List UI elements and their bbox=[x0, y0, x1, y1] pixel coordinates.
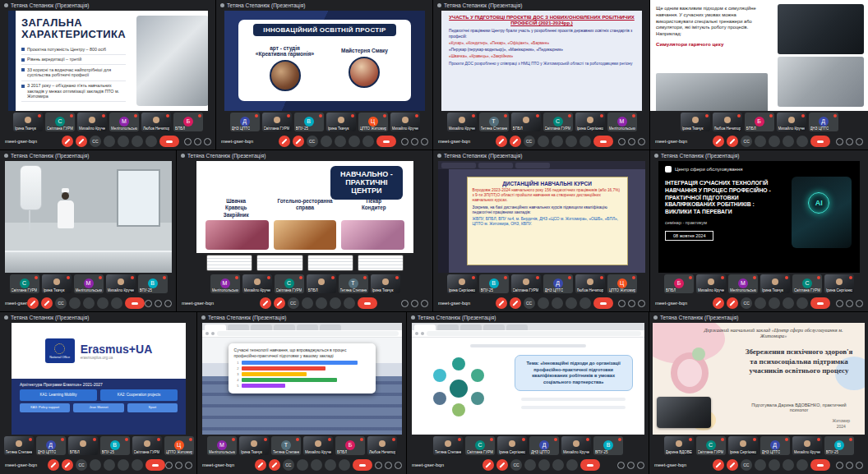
captions-button[interactable]: CC bbox=[510, 459, 522, 471]
mic-button[interactable] bbox=[62, 136, 73, 147]
present-button[interactable] bbox=[769, 459, 780, 471]
camera-button[interactable] bbox=[62, 459, 73, 471]
info-button[interactable] bbox=[401, 300, 409, 307]
end-call-button[interactable] bbox=[593, 136, 613, 147]
captions-button[interactable]: CC bbox=[307, 136, 318, 147]
participant-thumbnail[interactable]: БПБЛ bbox=[511, 113, 541, 131]
mic-button[interactable] bbox=[48, 459, 59, 471]
info-button[interactable] bbox=[617, 462, 625, 469]
participant-thumbnail[interactable]: Михайло Кручен bbox=[561, 436, 591, 455]
info-button[interactable] bbox=[401, 138, 409, 145]
browser-tab[interactable] bbox=[506, 324, 528, 330]
browser-tab[interactable] bbox=[251, 324, 272, 330]
browser-tab[interactable] bbox=[515, 163, 550, 168]
participant-thumbnail[interactable]: Б БПБЛ bbox=[664, 274, 694, 293]
browser-tab[interactable] bbox=[205, 324, 226, 330]
info-button[interactable] bbox=[618, 300, 626, 307]
participant-thumbnail[interactable]: Ірина Ткачук bbox=[760, 274, 790, 293]
end-call-button[interactable] bbox=[810, 297, 830, 309]
participant-thumbnail[interactable]: М Мелітопольський ПТО bbox=[607, 113, 637, 131]
participant-thumbnail[interactable]: Ірина Ткачук bbox=[371, 274, 400, 293]
chat-button[interactable] bbox=[638, 138, 645, 145]
raise-hand-button[interactable] bbox=[132, 136, 143, 147]
reactions-button[interactable] bbox=[302, 297, 313, 309]
chat-button[interactable] bbox=[421, 138, 428, 145]
participant-thumbnail[interactable]: Михайло Кручен bbox=[390, 113, 420, 131]
camera-button[interactable] bbox=[510, 136, 521, 147]
participant-thumbnail[interactable]: Михайло Кручен bbox=[696, 274, 726, 293]
participant-thumbnail[interactable]: Т Тетяна Степанюк bbox=[271, 436, 301, 455]
more-options-button[interactable] bbox=[796, 459, 808, 471]
forward-button[interactable] bbox=[421, 332, 424, 335]
end-call-button[interactable] bbox=[159, 136, 179, 147]
reactions-button[interactable] bbox=[69, 297, 81, 309]
participant-thumbnail[interactable]: Ц ЦПТО Житомир bbox=[164, 436, 194, 455]
people-button[interactable] bbox=[411, 138, 418, 145]
participant-thumbnail[interactable]: С Світлана ГУРМ bbox=[10, 274, 39, 293]
raise-hand-button[interactable] bbox=[566, 297, 577, 309]
participant-thumbnail[interactable]: В ВПУ-25 bbox=[593, 436, 623, 455]
chat-button[interactable] bbox=[395, 462, 402, 469]
participant-thumbnail[interactable]: Михайло Кручен bbox=[77, 113, 107, 131]
captions-button[interactable]: CC bbox=[741, 136, 752, 147]
participant-thumbnail[interactable]: С Світлана ГУРМ bbox=[543, 113, 573, 131]
info-button[interactable] bbox=[184, 138, 192, 145]
more-options-button[interactable] bbox=[344, 297, 355, 309]
browser-tab[interactable] bbox=[297, 324, 318, 330]
participant-thumbnail[interactable]: М Мелітопольський ПТО bbox=[109, 113, 139, 131]
raise-hand-button[interactable] bbox=[552, 459, 564, 471]
address-bar[interactable] bbox=[217, 331, 399, 336]
mic-button[interactable] bbox=[27, 297, 39, 309]
raise-hand-button[interactable] bbox=[783, 136, 794, 147]
end-call-button[interactable] bbox=[593, 297, 613, 309]
participant-thumbnail[interactable]: Світлана ГУРМ bbox=[511, 274, 541, 293]
chat-button[interactable] bbox=[637, 462, 644, 469]
people-button[interactable] bbox=[155, 300, 162, 307]
reactions-button[interactable] bbox=[755, 297, 766, 309]
forward-button[interactable] bbox=[211, 332, 215, 335]
people-button[interactable] bbox=[628, 138, 635, 145]
participant-thumbnail[interactable]: Ірина Ткачук bbox=[13, 113, 43, 131]
floating-video-thumbnail[interactable] bbox=[657, 397, 711, 428]
more-options-button[interactable] bbox=[796, 297, 808, 309]
end-call-button[interactable] bbox=[376, 136, 396, 147]
participant-thumbnail[interactable]: Михайло Кручен bbox=[792, 436, 822, 455]
reactions-button[interactable] bbox=[524, 459, 536, 471]
mic-button[interactable] bbox=[713, 459, 724, 471]
present-button[interactable] bbox=[769, 136, 780, 147]
reactions-button[interactable] bbox=[755, 136, 766, 147]
document-thumbnail[interactable] bbox=[307, 255, 353, 271]
participant-thumbnail[interactable]: Б БПБЛ bbox=[745, 113, 774, 131]
participant-thumbnail[interactable]: Михайло Кручен bbox=[242, 274, 272, 293]
browser-tab[interactable] bbox=[437, 324, 459, 330]
participant-thumbnail[interactable]: Ірина Сергієнко bbox=[728, 436, 758, 455]
participant-thumbnail[interactable]: Михайло Кручен bbox=[447, 113, 477, 131]
present-button[interactable] bbox=[316, 297, 327, 309]
mic-button[interactable] bbox=[260, 297, 271, 309]
present-button[interactable] bbox=[83, 297, 95, 309]
participant-thumbnail[interactable]: Ірина Сергієнко bbox=[575, 113, 605, 131]
participant-thumbnail[interactable]: Ц ЦПТО Житомир bbox=[607, 274, 637, 293]
participant-thumbnail[interactable]: Д ДНЗ ЦПТО bbox=[543, 274, 573, 293]
mic-button[interactable] bbox=[482, 459, 494, 471]
captions-button[interactable]: CC bbox=[741, 459, 752, 471]
participant-thumbnail[interactable]: Любов Нечипорук bbox=[367, 436, 397, 455]
participant-thumbnail[interactable]: Михайло Кручен bbox=[106, 274, 136, 293]
captions-button[interactable]: CC bbox=[55, 297, 67, 309]
chat-button[interactable] bbox=[204, 138, 211, 145]
more-options-button[interactable] bbox=[339, 459, 350, 471]
people-button[interactable] bbox=[385, 462, 392, 469]
raise-hand-button[interactable] bbox=[566, 136, 577, 147]
captions-button[interactable]: CC bbox=[76, 459, 87, 471]
participant-thumbnail[interactable]: М Мелітопольський ПТО bbox=[210, 274, 240, 293]
participant-thumbnail[interactable]: Тетяна Степанюк bbox=[433, 436, 463, 455]
chat-button[interactable] bbox=[185, 462, 192, 469]
reactions-button[interactable] bbox=[104, 136, 115, 147]
mic-button[interactable] bbox=[255, 459, 266, 471]
participant-thumbnail[interactable]: В ВПУ-25 bbox=[294, 113, 324, 131]
more-options-button[interactable] bbox=[579, 297, 591, 309]
chat-button[interactable] bbox=[638, 300, 645, 307]
raise-hand-button[interactable] bbox=[349, 136, 360, 147]
reactions-button[interactable] bbox=[90, 459, 101, 471]
participant-thumbnail[interactable]: С Світлана ГУРМ bbox=[275, 274, 304, 293]
